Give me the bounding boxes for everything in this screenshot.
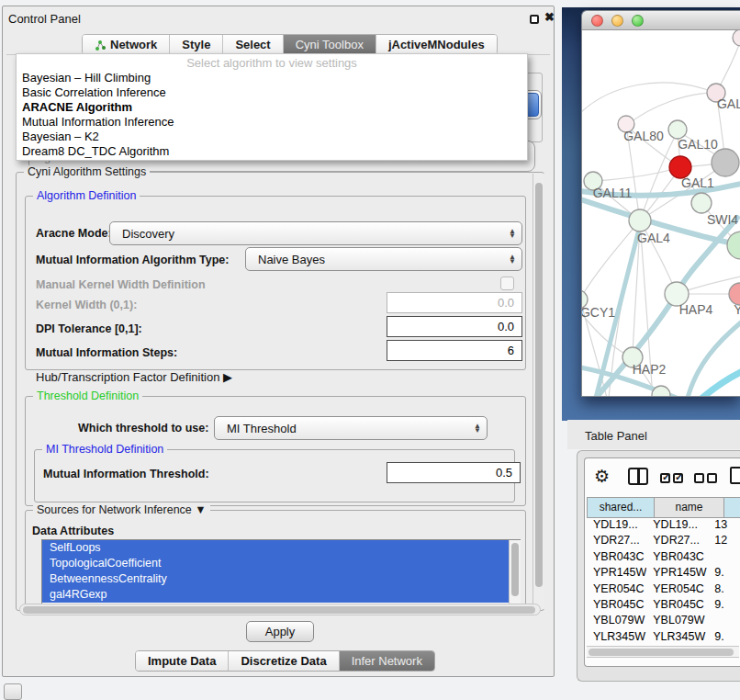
mi-threshold-label: Mutual Information Threshold:: [43, 468, 209, 480]
attribute-item[interactable]: BetweennessCentrality: [42, 571, 520, 587]
node-label: GAL80: [623, 129, 664, 143]
table-horizontal-scrollbar[interactable]: [587, 646, 739, 658]
node-label: GAL: [717, 96, 740, 111]
aracne-mode-select[interactable]: Discovery ▲▼: [109, 221, 522, 245]
mi-steps-input[interactable]: 6: [387, 340, 522, 361]
table-row[interactable]: YBL079WYBL079W: [587, 614, 740, 629]
close-icon[interactable]: ✖: [544, 10, 555, 24]
collapsed-arrow-icon: ▶: [223, 370, 232, 384]
apply-button[interactable]: Apply: [246, 621, 314, 642]
menu-item[interactable]: Mutual Information Inference: [17, 115, 527, 130]
node-label: HAP4: [679, 302, 713, 317]
node-label: GAL10: [678, 137, 718, 152]
which-threshold-select[interactable]: MI Threshold ▲▼: [214, 416, 488, 440]
column-header-name[interactable]: name: [655, 497, 724, 518]
node-label: SWI4: [707, 212, 738, 227]
table-panel-title: Table Panel: [567, 420, 740, 449]
attributes-scrollbar[interactable]: [509, 540, 521, 605]
control-panel-tabs: Network Style Select Cyni Toolbox jActiv…: [82, 34, 498, 55]
menu-item[interactable]: Basic Correlation Inference: [17, 85, 527, 100]
control-panel-window: Control Panel ✖ Network Style Select Cyn…: [2, 6, 555, 677]
settings-horizontal-scrollbar[interactable]: [19, 604, 541, 615]
tab-impute-data[interactable]: Impute Data: [136, 651, 229, 671]
tab-cyni-toolbox[interactable]: Cyni Toolbox: [284, 35, 376, 54]
combo-arrows-icon: ▲▼: [509, 254, 516, 264]
menu-item[interactable]: Dream8 DC_TDC Algorithm: [17, 144, 527, 159]
node-gal4[interactable]: [629, 209, 651, 231]
settings-vertical-scrollbar[interactable]: [533, 174, 544, 609]
table-header-row: shared... name A: [587, 497, 740, 518]
screen: Control Panel ✖ Network Style Select Cyn…: [0, 0, 740, 700]
network-icon: [95, 40, 106, 51]
select-all-checks-icon[interactable]: [660, 470, 686, 487]
table-row[interactable]: YDL19...YDL19...13: [587, 518, 740, 534]
manual-kernel-label: Manual Kernel Width Definition: [36, 278, 206, 291]
node-labels: GAL80 GAL GAL10 GAL1 GAL11 SWI4 GAL4 GCY…: [582, 96, 740, 377]
table-body: YDL19...YDL19...13 YDR27...YDR27...12 YB…: [587, 518, 740, 649]
threshold-definition-title: Threshold Definition: [33, 390, 142, 402]
network-canvas[interactable]: GAL80 GAL GAL10 GAL1 GAL11 SWI4 GAL4 GCY…: [582, 30, 740, 397]
tab-style[interactable]: Style: [170, 35, 223, 54]
manual-kernel-checkbox[interactable]: [500, 277, 514, 290]
dpi-tolerance-label: DPI Tolerance [0,1]:: [36, 322, 142, 335]
scrollbar-thumb[interactable]: [511, 543, 519, 596]
dpi-tolerance-input[interactable]: 0.0: [387, 316, 522, 337]
combo-arrows-icon: ▲▼: [474, 423, 481, 433]
kernel-width-input[interactable]: 0.0: [387, 292, 522, 313]
column-header-shared[interactable]: shared...: [587, 497, 655, 518]
mi-threshold-input[interactable]: 0.5: [387, 462, 521, 483]
column-header-clipped[interactable]: A: [724, 497, 740, 518]
network-window-titlebar[interactable]: [582, 11, 740, 30]
combo-arrows-icon: ▲▼: [509, 229, 516, 238]
table-row[interactable]: YPR145WYPR145W9.: [587, 566, 740, 581]
attribute-item[interactable]: SelfLoops: [42, 540, 520, 556]
scrollbar-thumb[interactable]: [23, 606, 535, 614]
menu-item[interactable]: Bayesian – K2: [17, 130, 527, 144]
bottom-tab-bar: Impute Data Discretize Data Infer Networ…: [135, 650, 435, 672]
gear-icon[interactable]: ⚙: [594, 468, 610, 486]
node-gal10[interactable]: [668, 120, 687, 139]
data-attributes-list: SelfLoops TopologicalCoefficient Between…: [41, 539, 521, 606]
node-label: GAL11: [593, 186, 633, 200]
node-swi4-partner[interactable]: [727, 231, 740, 259]
sources-group-title[interactable]: Sources for Network Inference ▼: [33, 503, 210, 516]
node-topright[interactable]: [733, 30, 740, 46]
split-columns-icon[interactable]: [628, 468, 648, 485]
minimize-traffic-light-icon[interactable]: [611, 15, 623, 27]
scrollbar-thumb[interactable]: [589, 649, 734, 656]
menu-item-aracne[interactable]: ARACNE Algorithm: [17, 100, 527, 115]
new-table-icon[interactable]: [730, 467, 740, 484]
control-panel-title: Control Panel: [8, 12, 81, 26]
scrollbar-thumb[interactable]: [535, 183, 543, 587]
table-row[interactable]: YBR043CYBR043C: [587, 550, 740, 566]
attribute-item[interactable]: TopologicalCoefficient: [42, 556, 520, 571]
mi-threshold-definition-title: MI Threshold Definition: [42, 443, 167, 456]
tab-jactivemnodules[interactable]: jActiveMNodules: [376, 35, 497, 54]
deselect-all-checks-icon[interactable]: [694, 470, 720, 487]
settings-group-title: Cyni Algorithm Settings: [24, 165, 150, 178]
tab-discretize-data[interactable]: Discretize Data: [229, 651, 339, 671]
which-threshold-label: Which threshold to use:: [78, 422, 208, 435]
table-row[interactable]: YLR345WYLR345W9.: [587, 630, 740, 646]
tab-infer-network[interactable]: Infer Network: [340, 651, 434, 671]
node-gray[interactable]: [712, 149, 739, 176]
float-window-icon[interactable]: [530, 15, 539, 24]
mi-algorithm-type-select[interactable]: Naive Bayes ▲▼: [245, 247, 522, 271]
hub-section-toggle[interactable]: Hub/Transcription Factor Definition ▶: [36, 370, 232, 384]
menu-item[interactable]: Bayesian – Hill Climbing: [17, 71, 527, 85]
close-traffic-light-icon[interactable]: [591, 15, 603, 27]
node-label: Y: [734, 302, 740, 317]
node-label: GCY1: [582, 305, 615, 320]
zoom-traffic-light-icon[interactable]: [632, 15, 644, 27]
collapsed-panel-button[interactable]: [4, 683, 22, 700]
table-row[interactable]: YDR27...YDR27...12: [587, 534, 740, 549]
table-row[interactable]: YER054CYER054C8.: [587, 582, 740, 598]
node-swi4[interactable]: [691, 193, 712, 213]
table-row[interactable]: YBR045CYBR045C9.: [587, 598, 740, 614]
network-view-window: GAL80 GAL GAL10 GAL1 GAL11 SWI4 GAL4 GCY…: [581, 10, 740, 397]
mi-algorithm-type-label: Mutual Information Algorithm Type:: [36, 254, 229, 266]
attribute-item[interactable]: gal4RGexp: [42, 587, 520, 603]
algorithm-definition-title: Algorithm Definition: [33, 189, 140, 202]
tab-select[interactable]: Select: [223, 35, 283, 54]
tab-network[interactable]: Network: [83, 35, 170, 54]
